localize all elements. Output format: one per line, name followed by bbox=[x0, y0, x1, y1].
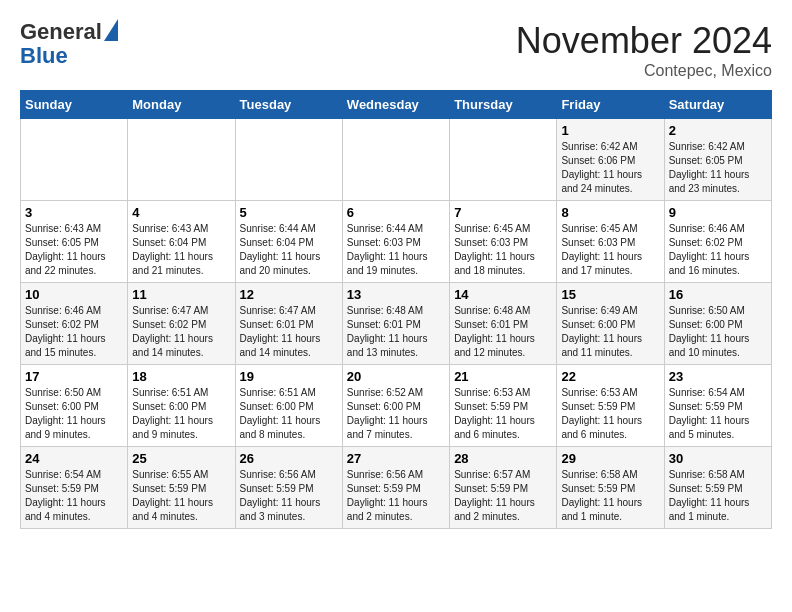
day-number: 14 bbox=[454, 287, 552, 302]
calendar-cell: 1Sunrise: 6:42 AM Sunset: 6:06 PM Daylig… bbox=[557, 119, 664, 201]
logo-triangle-icon bbox=[104, 19, 118, 41]
day-info: Sunrise: 6:47 AM Sunset: 6:01 PM Dayligh… bbox=[240, 304, 338, 360]
calendar-cell: 21Sunrise: 6:53 AM Sunset: 5:59 PM Dayli… bbox=[450, 365, 557, 447]
day-number: 3 bbox=[25, 205, 123, 220]
calendar-cell: 22Sunrise: 6:53 AM Sunset: 5:59 PM Dayli… bbox=[557, 365, 664, 447]
calendar-cell: 23Sunrise: 6:54 AM Sunset: 5:59 PM Dayli… bbox=[664, 365, 771, 447]
day-info: Sunrise: 6:45 AM Sunset: 6:03 PM Dayligh… bbox=[561, 222, 659, 278]
week-row-5: 24Sunrise: 6:54 AM Sunset: 5:59 PM Dayli… bbox=[21, 447, 772, 529]
day-number: 13 bbox=[347, 287, 445, 302]
day-number: 29 bbox=[561, 451, 659, 466]
weekday-header-sunday: Sunday bbox=[21, 91, 128, 119]
month-title: November 2024 bbox=[516, 20, 772, 62]
day-info: Sunrise: 6:54 AM Sunset: 5:59 PM Dayligh… bbox=[669, 386, 767, 442]
calendar-cell: 15Sunrise: 6:49 AM Sunset: 6:00 PM Dayli… bbox=[557, 283, 664, 365]
day-info: Sunrise: 6:44 AM Sunset: 6:03 PM Dayligh… bbox=[347, 222, 445, 278]
day-number: 25 bbox=[132, 451, 230, 466]
calendar-cell: 13Sunrise: 6:48 AM Sunset: 6:01 PM Dayli… bbox=[342, 283, 449, 365]
weekday-header-row: SundayMondayTuesdayWednesdayThursdayFrid… bbox=[21, 91, 772, 119]
calendar-cell bbox=[21, 119, 128, 201]
calendar-cell bbox=[128, 119, 235, 201]
day-info: Sunrise: 6:47 AM Sunset: 6:02 PM Dayligh… bbox=[132, 304, 230, 360]
day-number: 2 bbox=[669, 123, 767, 138]
week-row-1: 1Sunrise: 6:42 AM Sunset: 6:06 PM Daylig… bbox=[21, 119, 772, 201]
day-info: Sunrise: 6:53 AM Sunset: 5:59 PM Dayligh… bbox=[561, 386, 659, 442]
day-info: Sunrise: 6:45 AM Sunset: 6:03 PM Dayligh… bbox=[454, 222, 552, 278]
calendar-cell: 9Sunrise: 6:46 AM Sunset: 6:02 PM Daylig… bbox=[664, 201, 771, 283]
day-number: 8 bbox=[561, 205, 659, 220]
calendar-cell: 2Sunrise: 6:42 AM Sunset: 6:05 PM Daylig… bbox=[664, 119, 771, 201]
day-info: Sunrise: 6:46 AM Sunset: 6:02 PM Dayligh… bbox=[669, 222, 767, 278]
weekday-header-tuesday: Tuesday bbox=[235, 91, 342, 119]
day-number: 5 bbox=[240, 205, 338, 220]
day-info: Sunrise: 6:46 AM Sunset: 6:02 PM Dayligh… bbox=[25, 304, 123, 360]
week-row-3: 10Sunrise: 6:46 AM Sunset: 6:02 PM Dayli… bbox=[21, 283, 772, 365]
calendar-cell: 30Sunrise: 6:58 AM Sunset: 5:59 PM Dayli… bbox=[664, 447, 771, 529]
location-title: Contepec, Mexico bbox=[516, 62, 772, 80]
day-info: Sunrise: 6:42 AM Sunset: 6:05 PM Dayligh… bbox=[669, 140, 767, 196]
day-info: Sunrise: 6:53 AM Sunset: 5:59 PM Dayligh… bbox=[454, 386, 552, 442]
day-number: 24 bbox=[25, 451, 123, 466]
calendar-cell: 20Sunrise: 6:52 AM Sunset: 6:00 PM Dayli… bbox=[342, 365, 449, 447]
calendar-cell: 17Sunrise: 6:50 AM Sunset: 6:00 PM Dayli… bbox=[21, 365, 128, 447]
day-info: Sunrise: 6:56 AM Sunset: 5:59 PM Dayligh… bbox=[240, 468, 338, 524]
day-number: 21 bbox=[454, 369, 552, 384]
logo-general: General bbox=[20, 20, 102, 44]
day-number: 23 bbox=[669, 369, 767, 384]
day-number: 20 bbox=[347, 369, 445, 384]
calendar-cell: 12Sunrise: 6:47 AM Sunset: 6:01 PM Dayli… bbox=[235, 283, 342, 365]
calendar-cell: 5Sunrise: 6:44 AM Sunset: 6:04 PM Daylig… bbox=[235, 201, 342, 283]
day-number: 9 bbox=[669, 205, 767, 220]
calendar-cell: 6Sunrise: 6:44 AM Sunset: 6:03 PM Daylig… bbox=[342, 201, 449, 283]
day-number: 28 bbox=[454, 451, 552, 466]
calendar-cell: 8Sunrise: 6:45 AM Sunset: 6:03 PM Daylig… bbox=[557, 201, 664, 283]
day-info: Sunrise: 6:48 AM Sunset: 6:01 PM Dayligh… bbox=[347, 304, 445, 360]
calendar-cell: 18Sunrise: 6:51 AM Sunset: 6:00 PM Dayli… bbox=[128, 365, 235, 447]
day-number: 15 bbox=[561, 287, 659, 302]
week-row-4: 17Sunrise: 6:50 AM Sunset: 6:00 PM Dayli… bbox=[21, 365, 772, 447]
day-info: Sunrise: 6:57 AM Sunset: 5:59 PM Dayligh… bbox=[454, 468, 552, 524]
day-info: Sunrise: 6:52 AM Sunset: 6:00 PM Dayligh… bbox=[347, 386, 445, 442]
day-number: 26 bbox=[240, 451, 338, 466]
day-number: 30 bbox=[669, 451, 767, 466]
day-number: 7 bbox=[454, 205, 552, 220]
calendar-cell: 4Sunrise: 6:43 AM Sunset: 6:04 PM Daylig… bbox=[128, 201, 235, 283]
calendar-cell: 14Sunrise: 6:48 AM Sunset: 6:01 PM Dayli… bbox=[450, 283, 557, 365]
week-row-2: 3Sunrise: 6:43 AM Sunset: 6:05 PM Daylig… bbox=[21, 201, 772, 283]
calendar-cell: 28Sunrise: 6:57 AM Sunset: 5:59 PM Dayli… bbox=[450, 447, 557, 529]
title-block: November 2024 Contepec, Mexico bbox=[516, 20, 772, 80]
calendar-cell: 27Sunrise: 6:56 AM Sunset: 5:59 PM Dayli… bbox=[342, 447, 449, 529]
logo: General Blue bbox=[20, 20, 118, 68]
calendar-cell bbox=[342, 119, 449, 201]
day-number: 17 bbox=[25, 369, 123, 384]
day-info: Sunrise: 6:51 AM Sunset: 6:00 PM Dayligh… bbox=[132, 386, 230, 442]
weekday-header-wednesday: Wednesday bbox=[342, 91, 449, 119]
calendar-cell: 29Sunrise: 6:58 AM Sunset: 5:59 PM Dayli… bbox=[557, 447, 664, 529]
calendar-cell: 19Sunrise: 6:51 AM Sunset: 6:00 PM Dayli… bbox=[235, 365, 342, 447]
day-info: Sunrise: 6:42 AM Sunset: 6:06 PM Dayligh… bbox=[561, 140, 659, 196]
calendar-cell: 11Sunrise: 6:47 AM Sunset: 6:02 PM Dayli… bbox=[128, 283, 235, 365]
day-info: Sunrise: 6:50 AM Sunset: 6:00 PM Dayligh… bbox=[669, 304, 767, 360]
calendar-cell: 16Sunrise: 6:50 AM Sunset: 6:00 PM Dayli… bbox=[664, 283, 771, 365]
calendar-cell bbox=[450, 119, 557, 201]
day-number: 19 bbox=[240, 369, 338, 384]
day-info: Sunrise: 6:44 AM Sunset: 6:04 PM Dayligh… bbox=[240, 222, 338, 278]
page-header: General Blue November 2024 Contepec, Mex… bbox=[20, 20, 772, 80]
calendar-cell: 10Sunrise: 6:46 AM Sunset: 6:02 PM Dayli… bbox=[21, 283, 128, 365]
day-info: Sunrise: 6:50 AM Sunset: 6:00 PM Dayligh… bbox=[25, 386, 123, 442]
day-number: 16 bbox=[669, 287, 767, 302]
day-info: Sunrise: 6:49 AM Sunset: 6:00 PM Dayligh… bbox=[561, 304, 659, 360]
day-number: 11 bbox=[132, 287, 230, 302]
day-info: Sunrise: 6:54 AM Sunset: 5:59 PM Dayligh… bbox=[25, 468, 123, 524]
day-number: 4 bbox=[132, 205, 230, 220]
day-info: Sunrise: 6:48 AM Sunset: 6:01 PM Dayligh… bbox=[454, 304, 552, 360]
day-number: 18 bbox=[132, 369, 230, 384]
weekday-header-saturday: Saturday bbox=[664, 91, 771, 119]
day-info: Sunrise: 6:58 AM Sunset: 5:59 PM Dayligh… bbox=[561, 468, 659, 524]
day-info: Sunrise: 6:55 AM Sunset: 5:59 PM Dayligh… bbox=[132, 468, 230, 524]
calendar-cell bbox=[235, 119, 342, 201]
day-info: Sunrise: 6:43 AM Sunset: 6:05 PM Dayligh… bbox=[25, 222, 123, 278]
logo-blue: Blue bbox=[20, 44, 118, 68]
day-info: Sunrise: 6:56 AM Sunset: 5:59 PM Dayligh… bbox=[347, 468, 445, 524]
day-info: Sunrise: 6:58 AM Sunset: 5:59 PM Dayligh… bbox=[669, 468, 767, 524]
